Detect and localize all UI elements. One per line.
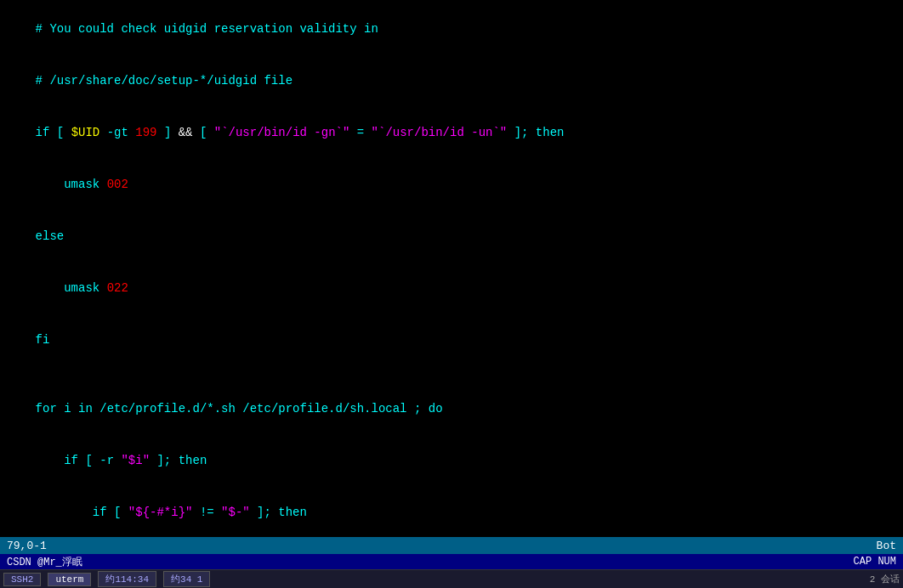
line-9: for i in /etc/profile.d/*.sh /etc/profil… [7, 383, 896, 435]
taskbar-sessions: 2 会话 [870, 573, 900, 585]
bottom-right: CAP NUM [854, 556, 896, 568]
line-4: umask 002 [7, 159, 896, 211]
taskbar-count: 约34 1 [163, 571, 210, 587]
status-bar: 79,0-1 Bot [0, 537, 903, 554]
editor-area[interactable]: # You could check uidgid reservation val… [0, 0, 903, 537]
taskbar-uterm[interactable]: uterm [48, 573, 91, 586]
bottom-bar: CSDN @Mr_浮眠 CAP NUM [0, 554, 903, 569]
line-1: # You could check uidgid reservation val… [7, 3, 896, 55]
line-5: else [7, 211, 896, 263]
bottom-left: CSDN @Mr_浮眠 [7, 555, 82, 569]
taskbar: SSH2 uterm 约114:34 约34 1 2 会话 [0, 569, 903, 588]
line-7: fi [7, 314, 896, 365]
line-11: if [ "${-#*i}" != "$-" ]; then [7, 486, 896, 537]
status-position: 79,0-1 [7, 540, 47, 552]
taskbar-time: 约114:34 [98, 571, 156, 587]
line-2: # /usr/share/doc/setup-*/uidgid file [7, 55, 896, 107]
line-10: if [ -r "$i" ]; then [7, 434, 896, 486]
line-6: umask 022 [7, 262, 896, 314]
line-3: if [ $UID -gt 199 ] && [ "`/usr/bin/id -… [7, 107, 896, 159]
line-8 [7, 365, 896, 382]
taskbar-ssh2[interactable]: SSH2 [3, 573, 41, 586]
status-scroll: Bot [877, 540, 896, 552]
